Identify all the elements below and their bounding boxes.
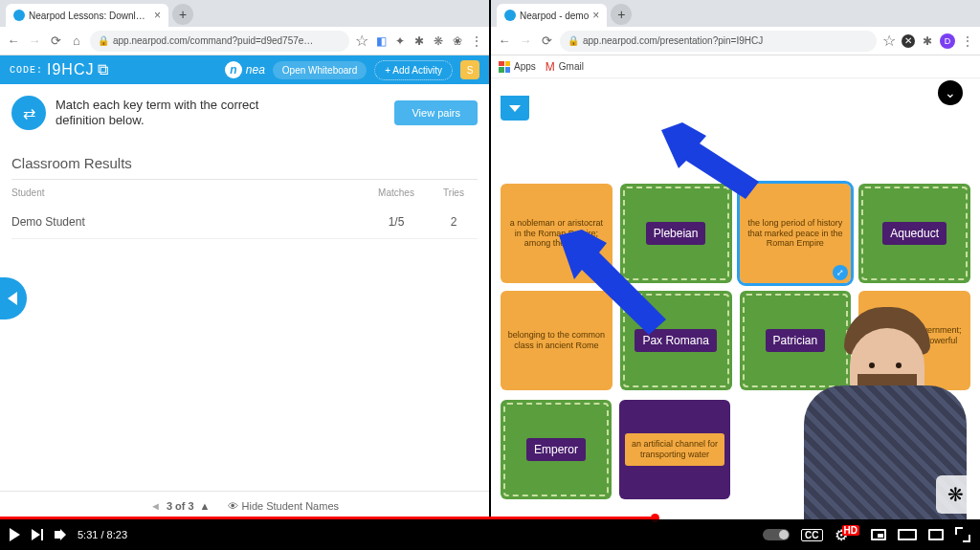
apps-grid-icon <box>499 61 510 73</box>
instruction-bar: ⇄ Match each key term with the correct d… <box>11 96 478 130</box>
right-browser-tab[interactable]: Nearpod - demo × <box>497 4 607 27</box>
left-extensions: ◧ ✦ ✱ ❋ ❀ ⋮ <box>374 34 483 48</box>
left-tab-bar: Nearpod Lessons: Download r × + <box>0 0 489 27</box>
collapse-panel-button[interactable] <box>0 277 27 319</box>
col-matches: Matches <box>363 187 430 198</box>
fullscreen-button[interactable] <box>955 527 970 542</box>
menu-icon[interactable]: ⋮ <box>961 34 974 48</box>
student-name: Demo Student <box>11 215 363 229</box>
eye-off-icon: 👁 <box>228 500 238 512</box>
chevron-left-icon[interactable]: ◄ <box>150 500 161 512</box>
cc-icon: CC <box>801 529 822 541</box>
nearpod-logo-icon: n <box>225 61 242 78</box>
matching-grid-row3: Emperor an artificial channel for transp… <box>501 400 730 499</box>
right-tab-bar: Nearpod - demo × + <box>491 0 980 27</box>
home-icon[interactable]: ⌂ <box>69 33 84 48</box>
right-url-field[interactable]: 🔒 app.nearpod.com/presentation?pin=I9HCJ <box>560 31 877 52</box>
teacher-footer: ◄ 3 of 3 ▲ 👁 Hide Student Names <box>0 491 489 519</box>
autoplay-toggle[interactable] <box>763 529 790 540</box>
close-icon[interactable]: × <box>592 9 599 22</box>
back-icon[interactable]: ← <box>497 33 512 48</box>
slide-pager[interactable]: ◄ 3 of 3 ▲ <box>150 500 211 512</box>
chevron-up-icon[interactable]: ▲ <box>200 500 211 512</box>
settings-button[interactable]: ⚙HD <box>835 526 859 544</box>
play-button[interactable] <box>10 528 20 541</box>
nearpod-logo: n nea <box>225 61 265 78</box>
annotation-arrow-icon <box>553 230 668 335</box>
next-icon <box>32 529 43 540</box>
profile-icon[interactable]: D <box>940 33 955 49</box>
puzzle-icon[interactable]: ✱ <box>412 34 426 48</box>
bookmark-apps[interactable]: Apps <box>499 61 536 73</box>
results-header-row: Student Matches Tries <box>11 180 478 206</box>
add-activity-button[interactable]: + Add Activity <box>374 60 453 80</box>
new-tab-button[interactable]: + <box>611 4 632 25</box>
menu-icon[interactable]: ⋮ <box>470 34 483 48</box>
forward-icon: → <box>518 33 533 48</box>
new-tab-button[interactable]: + <box>172 4 193 25</box>
reload-icon[interactable]: ⟳ <box>539 33 554 48</box>
ext-icon[interactable]: ✕ <box>902 34 915 48</box>
matching-icon: ⇄ <box>11 96 46 130</box>
reload-icon[interactable]: ⟳ <box>48 33 63 48</box>
ext-icon[interactable]: ◧ <box>374 34 388 48</box>
left-url-bar: ← → ⟳ ⌂ 🔒 app.nearpod.com/command?puid=d… <box>0 27 489 55</box>
right-url-text: app.nearpod.com/presentation?pin=I9HCJ <box>583 35 763 46</box>
hd-badge: HD <box>842 525 859 536</box>
back-icon[interactable]: ← <box>6 33 21 48</box>
left-url-field[interactable]: 🔒 app.nearpod.com/command?puid=d9ed757e… <box>90 31 349 52</box>
dropdown-tab-button[interactable] <box>501 96 529 121</box>
forward-icon: → <box>27 33 42 48</box>
gmail-icon: M <box>546 60 555 74</box>
right-url-bar: ← → ⟳ 🔒 app.nearpod.com/presentation?pin… <box>491 27 980 55</box>
bookmarks-bar: Apps M Gmail <box>491 55 980 78</box>
open-whiteboard-button[interactable]: Open Whiteboard <box>273 61 367 79</box>
chevron-down-icon: ⌄ <box>945 85 956 100</box>
play-icon <box>10 528 20 541</box>
volume-icon <box>55 529 66 540</box>
session-code[interactable]: CODE: I9HCJ ⧉ <box>10 61 109 78</box>
ext-icon[interactable]: ❋ <box>432 34 445 48</box>
annotation-arrow-icon <box>654 122 759 199</box>
left-tab-title: Nearpod Lessons: Download r <box>29 11 150 21</box>
cast-button[interactable] <box>928 529 944 540</box>
fullscreen-icon <box>955 527 970 542</box>
time-display: 5:31 / 8:23 <box>78 529 127 540</box>
star-icon[interactable]: ☆ <box>882 32 896 50</box>
student-tries: 2 <box>430 215 478 229</box>
hide-names-toggle[interactable]: 👁 Hide Student Names <box>228 500 340 512</box>
ext-icon[interactable]: ❀ <box>451 34 464 48</box>
puzzle-icon[interactable]: ✱ <box>921 34 934 48</box>
results-row[interactable]: Demo Student 1/5 2 <box>11 206 478 239</box>
miniplayer-icon <box>871 529 886 540</box>
theater-button[interactable] <box>898 529 917 540</box>
nearpod-favicon-icon <box>13 10 25 21</box>
cast-icon <box>928 529 944 540</box>
miniplayer-button[interactable] <box>871 529 886 540</box>
term-card-emperor[interactable]: Emperor <box>501 400 612 499</box>
definition-card-channel[interactable]: an artificial channel for transporting w… <box>619 400 730 499</box>
next-button[interactable] <box>32 529 43 540</box>
lock-icon: 🔒 <box>568 35 579 46</box>
svg-marker-0 <box>661 122 759 199</box>
student-pane: Nearpod - demo × + ← → ⟳ 🔒 app.nearpod.c… <box>491 0 980 519</box>
theater-icon <box>898 529 917 540</box>
nearpod-header: CODE: I9HCJ ⧉ n nea Open Whiteboard + Ad… <box>0 55 489 84</box>
star-icon[interactable]: ☆ <box>355 32 368 50</box>
volume-button[interactable] <box>55 529 66 540</box>
term-card-aqueduct[interactable]: Aqueduct <box>858 184 970 283</box>
col-tries: Tries <box>430 187 478 198</box>
ext-icon[interactable]: ✦ <box>393 34 407 48</box>
bookmark-gmail[interactable]: M Gmail <box>546 60 584 74</box>
end-session-button[interactable]: S <box>460 60 479 79</box>
student-matches: 1/5 <box>363 215 430 229</box>
view-pairs-button[interactable]: View pairs <box>394 100 478 125</box>
captions-button[interactable]: CC <box>801 529 822 541</box>
close-icon[interactable]: × <box>154 9 161 22</box>
left-browser-tab[interactable]: Nearpod Lessons: Download r × <box>6 4 168 27</box>
open-link-icon[interactable]: ⧉ <box>98 61 109 78</box>
chevron-down-icon <box>509 105 521 112</box>
svg-marker-1 <box>559 230 666 335</box>
results-title: Classroom Results <box>11 147 478 180</box>
expand-toggle-button[interactable]: ⌄ <box>938 80 963 105</box>
